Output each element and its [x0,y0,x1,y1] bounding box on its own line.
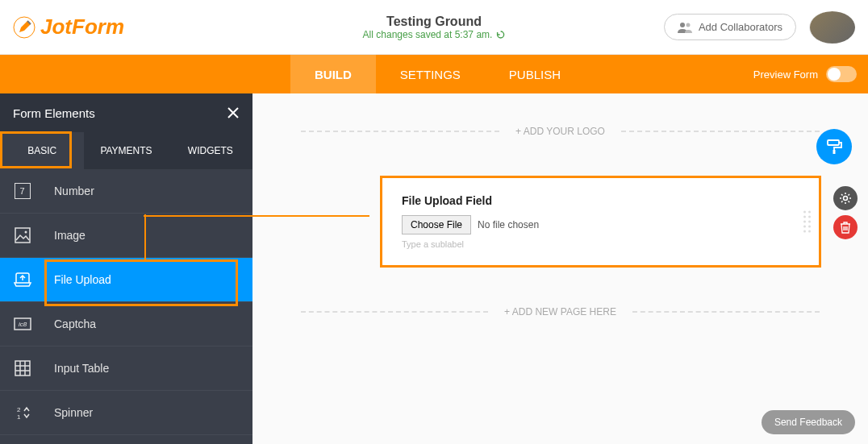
add-page-row[interactable]: + ADD NEW PAGE HERE [301,306,820,317]
image-icon [15,227,31,243]
tab-publish[interactable]: PUBLISH [485,55,585,93]
svg-text:2: 2 [17,406,21,413]
sidebar: Form Elements BASIC PAYMENTS WIDGETS 7 N… [0,93,252,444]
field-title[interactable]: File Upload Field [402,194,799,207]
file-upload-icon [14,272,31,288]
sidebar-tabs: BASIC PAYMENTS WIDGETS [0,132,252,169]
logo-pen-icon [13,16,35,39]
svg-point-1 [680,23,685,27]
element-spinner[interactable]: 2 1 Spinner [0,391,252,435]
svg-text:1: 1 [17,413,21,421]
drag-handle[interactable] [803,211,811,233]
field-settings-button[interactable] [833,186,858,210]
file-upload-field[interactable]: File Upload Field Choose File No file ch… [382,177,820,266]
svg-rect-3 [15,228,30,243]
undo-icon[interactable] [495,30,505,39]
sidebar-title: Form Elements [13,106,95,120]
tab-build[interactable]: BUILD [290,55,376,93]
collaborators-icon [678,22,692,33]
nav-bar: BUILD SETTINGS PUBLISH Preview Form [0,55,868,93]
preview-form-toggle[interactable] [826,66,857,82]
dashed-line [621,131,820,132]
form-designer-button[interactable] [816,129,852,164]
form-title[interactable]: Testing Ground [363,15,506,29]
no-file-text: No file chosen [478,219,539,230]
save-status: All changes saved at 5:37 am. [363,29,506,40]
add-collaborators-button[interactable]: Add Collaborators [664,14,796,40]
add-logo-label: + ADD YOUR LOGO [499,126,621,137]
input-table-icon [15,360,31,376]
element-list: 7 Number Image [0,169,252,444]
logo-text: JotForm [40,15,124,39]
logo[interactable]: JotForm [0,15,124,39]
add-logo-row[interactable]: + ADD YOUR LOGO [301,126,820,137]
sidebar-tab-payments[interactable]: PAYMENTS [84,132,168,169]
canvas: + ADD YOUR LOGO File Upload Field Choose… [252,93,868,444]
element-input-table[interactable]: Input Table [0,346,252,391]
header-right: Add Collaborators [664,11,868,44]
number-icon: 7 [15,183,31,199]
sidebar-tab-basic[interactable]: BASIC [0,132,84,169]
nav-tabs: BUILD SETTINGS PUBLISH [290,55,585,93]
svg-point-10 [844,197,848,201]
dashed-line [301,311,488,313]
send-feedback-button[interactable]: Send Feedback [762,410,855,434]
element-number[interactable]: 7 Number [0,169,252,214]
top-header: JotForm Testing Ground All changes saved… [0,0,868,55]
toggle-knob [828,68,841,81]
preview-form-area: Preview Form [753,66,868,82]
dashed-line [632,311,820,313]
trash-icon [840,221,851,234]
sidebar-header: Form Elements [0,93,252,132]
dashed-line [301,131,499,132]
gear-icon [839,192,852,205]
field-actions [833,186,858,239]
add-page-label: + ADD NEW PAGE HERE [488,306,632,317]
paint-roller-icon [825,138,843,156]
svg-rect-13 [828,140,839,145]
tab-settings[interactable]: SETTINGS [376,55,485,93]
preview-form-label: Preview Form [753,68,818,81]
sidebar-tab-widgets[interactable]: WIDGETS [169,132,252,169]
file-input-row: Choose File No file chosen [402,215,799,234]
field-delete-button[interactable] [833,215,858,239]
svg-point-4 [24,231,27,234]
header-center: Testing Ground All changes saved at 5:37… [363,15,506,40]
svg-text:ic8: ic8 [18,321,27,328]
user-avatar[interactable] [809,11,855,44]
captcha-icon: ic8 [14,317,31,330]
element-captcha[interactable]: ic8 Captcha [0,302,252,346]
svg-rect-7 [15,361,30,376]
close-sidebar-icon[interactable] [227,106,240,119]
field-sublabel[interactable]: Type a sublabel [402,239,799,249]
spinner-icon: 2 1 [15,405,31,421]
choose-file-button[interactable]: Choose File [402,215,471,234]
element-file-upload[interactable]: File Upload [0,258,252,302]
svg-rect-14 [833,150,836,154]
svg-point-2 [686,23,690,27]
main-area: Form Elements BASIC PAYMENTS WIDGETS 7 N… [0,93,868,444]
element-image[interactable]: Image [0,214,252,258]
